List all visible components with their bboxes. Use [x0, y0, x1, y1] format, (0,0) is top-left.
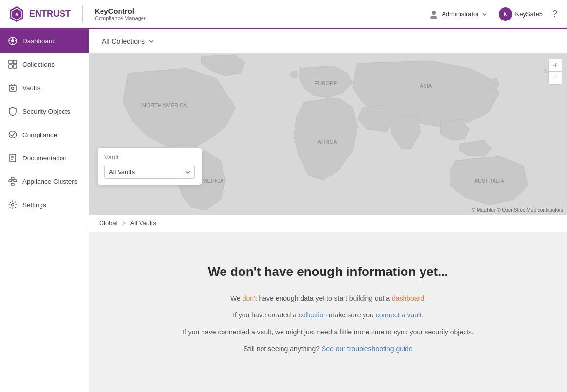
breadcrumb-bar: Global > All Vaults	[89, 215, 567, 232]
nav-divider	[82, 5, 83, 23]
appliance-clusters-icon	[8, 176, 18, 186]
admin-dropdown[interactable]: Administrator	[425, 7, 491, 21]
svg-text:e: e	[15, 12, 18, 17]
sidebar: Dashboard Collections	[0, 29, 89, 392]
svg-text:ASIA: ASIA	[420, 83, 432, 89]
vault-filter-label: Vault	[104, 154, 195, 161]
link-dashboard[interactable]: dashboard	[392, 294, 424, 302]
sidebar-label-appliance-clusters: Appliance Clusters	[22, 178, 78, 185]
content-area: All Collections	[89, 29, 567, 392]
map-area: NORTH AMERICA SOUTH AMERICA EUROPE AFRIC…	[89, 54, 567, 215]
logo: e ENTRUST	[8, 5, 71, 23]
svg-rect-15	[9, 85, 16, 91]
sidebar-item-security-objects[interactable]: Security Objects	[0, 99, 89, 123]
vault-chevron-icon	[185, 171, 190, 174]
svg-text:AFRICA: AFRICA	[317, 139, 337, 145]
map-zoom-in-button[interactable]: +	[549, 59, 562, 72]
empty-state-line3: If you have connected a vault, we might …	[182, 327, 474, 337]
empty-state-heading: We don't have enough information yet...	[208, 264, 448, 279]
svg-rect-11	[9, 60, 12, 64]
breadcrumb-all-vaults: All Vaults	[130, 219, 156, 227]
top-navigation: e ENTRUST KeyControl Compliance Manager …	[0, 0, 567, 29]
main-layout: Dashboard Collections	[0, 29, 567, 392]
link-connect-vault[interactable]: connect a vault	[376, 311, 422, 319]
settings-icon	[8, 200, 18, 210]
collections-icon	[8, 59, 18, 69]
link-collection[interactable]: collection	[299, 311, 327, 319]
empty-state: We don't have enough information yet... …	[89, 232, 567, 392]
empty-state-line1: We don't have enough data yet to start b…	[230, 293, 426, 304]
svg-point-16	[12, 87, 14, 90]
breadcrumb-separator: >	[122, 219, 126, 227]
sidebar-label-documentation: Documentation	[22, 155, 67, 162]
collections-dropdown-label: All Collections	[102, 38, 145, 45]
empty-state-line2: If you have created a collection make su…	[233, 310, 424, 320]
nav-right: Administrator K KeySafe5 ?	[425, 7, 559, 21]
svg-text:AUSTRALIA: AUSTRALIA	[474, 178, 505, 184]
nav-left: e ENTRUST KeyControl Compliance Manager	[8, 5, 146, 23]
vault-filter-card: Vault All Vaults	[97, 147, 202, 185]
admin-user-icon	[429, 9, 439, 19]
sidebar-label-vaults: Vaults	[22, 84, 40, 92]
svg-point-4	[430, 16, 437, 19]
help-button[interactable]: ?	[550, 7, 559, 21]
admin-chevron-icon	[482, 13, 487, 16]
collections-dropdown[interactable]: All Collections	[97, 35, 159, 48]
svg-rect-14	[13, 65, 17, 68]
sidebar-item-settings[interactable]: Settings	[0, 193, 89, 216]
svg-rect-24	[9, 180, 12, 182]
entrust-logo-icon: e	[8, 5, 25, 23]
keysafe-block[interactable]: K KeySafe5	[499, 7, 543, 21]
sidebar-label-compliance: Compliance	[22, 131, 57, 138]
svg-point-6	[11, 39, 14, 42]
svg-rect-25	[14, 180, 17, 182]
entrust-wordmark: ENTRUST	[29, 9, 71, 19]
app-name: KeyControl	[95, 7, 146, 15]
svg-text:NORTH AMERICA: NORTH AMERICA	[142, 102, 187, 108]
svg-point-31	[12, 204, 14, 206]
empty-state-line4: Still not seeing anything? See our troub…	[243, 343, 412, 354]
dashboard-header: All Collections	[89, 29, 567, 54]
sidebar-label-collections: Collections	[22, 61, 55, 68]
svg-point-19	[9, 131, 17, 138]
breadcrumb-global: Global	[99, 219, 118, 227]
compliance-icon	[8, 130, 18, 139]
sidebar-item-vaults[interactable]: Vaults	[0, 76, 89, 99]
app-subtitle: Compliance Manager	[95, 15, 146, 21]
svg-rect-27	[11, 183, 14, 185]
map-attribution: © MapTiler © OpenStreetMap contributors	[472, 207, 563, 213]
map-controls: + −	[548, 59, 562, 85]
sidebar-label-security-objects: Security Objects	[22, 108, 70, 115]
map-zoom-out-button[interactable]: −	[549, 72, 562, 84]
sidebar-item-documentation[interactable]: Documentation	[0, 146, 89, 170]
admin-label: Administrator	[442, 10, 479, 18]
collections-chevron-icon	[149, 40, 154, 43]
vaults-icon	[8, 83, 18, 93]
sidebar-label-settings: Settings	[22, 201, 46, 209]
svg-rect-13	[9, 65, 12, 68]
security-objects-icon	[8, 106, 18, 116]
sidebar-item-appliance-clusters[interactable]: Appliance Clusters	[0, 170, 89, 193]
app-title-block: KeyControl Compliance Manager	[95, 7, 146, 21]
dashboard-icon	[8, 36, 18, 46]
sidebar-label-dashboard: Dashboard	[22, 38, 55, 45]
keysafe-avatar: K	[499, 7, 512, 21]
link-troubleshooting[interactable]: See our troubleshooting guide	[322, 345, 413, 353]
keysafe-label: KeySafe5	[515, 10, 543, 18]
svg-rect-12	[13, 60, 17, 64]
vault-dropdown-value: All Vaults	[109, 168, 135, 176]
vault-dropdown[interactable]: All Vaults	[104, 165, 195, 179]
svg-point-3	[432, 11, 436, 15]
sidebar-item-dashboard[interactable]: Dashboard	[0, 29, 89, 53]
link-dont[interactable]: don't	[243, 294, 257, 302]
svg-text:EUROPE: EUROPE	[314, 80, 337, 86]
svg-rect-26	[11, 177, 14, 179]
sidebar-item-collections[interactable]: Collections	[0, 53, 89, 76]
world-map: NORTH AMERICA SOUTH AMERICA EUROPE AFRIC…	[89, 54, 567, 215]
sidebar-item-compliance[interactable]: Compliance	[0, 123, 89, 146]
documentation-icon	[8, 153, 18, 163]
